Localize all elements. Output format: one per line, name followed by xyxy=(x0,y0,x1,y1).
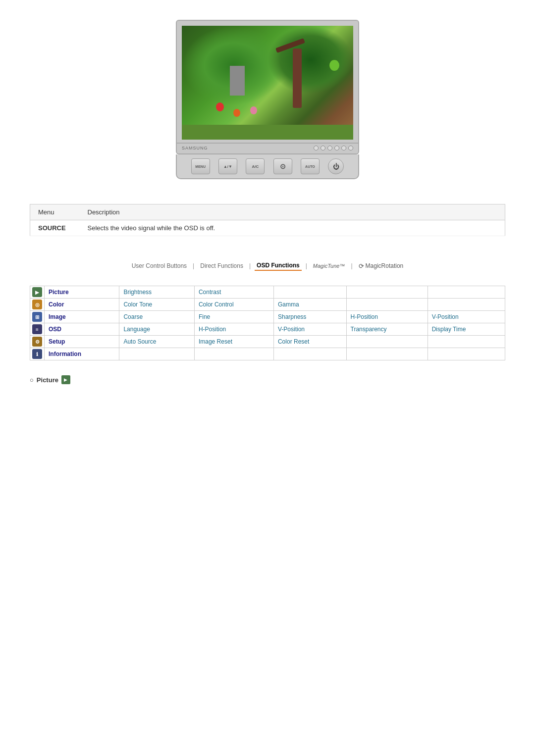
garden-tree-trunk xyxy=(293,49,302,108)
language-item[interactable]: Language xyxy=(119,323,195,336)
empty-cell-5 xyxy=(428,299,505,311)
empty-cell-10 xyxy=(273,348,346,360)
picture-label-text: Picture xyxy=(37,376,58,384)
separator-4: | xyxy=(351,262,352,269)
picture-icon-cell: ▶ xyxy=(30,286,45,299)
table-row: ℹ Information xyxy=(30,348,505,360)
osd-hposition-item[interactable]: H-Position xyxy=(194,323,273,336)
monitor-indicators xyxy=(314,146,353,151)
gamma-item[interactable]: Gamma xyxy=(273,299,346,311)
empty-cell-12 xyxy=(428,348,505,360)
indicator-dot-3 xyxy=(327,146,332,151)
coarse-item[interactable]: Coarse xyxy=(119,311,195,323)
empty-cell-4 xyxy=(346,299,428,311)
empty-cell-8 xyxy=(119,348,195,360)
color-control-item[interactable]: Color Control xyxy=(194,299,273,311)
tab-navigation: User Control Buttons | Direct Functions … xyxy=(0,256,535,281)
auto-button[interactable]: AUTO xyxy=(301,158,320,174)
info-icon: ℹ xyxy=(32,349,42,359)
table-row: ⊞ Image Coarse Fine Sharpness H-Position… xyxy=(30,311,505,323)
monitor-frame xyxy=(176,20,359,144)
empty-cell-1 xyxy=(273,286,346,299)
ok-button[interactable]: ⊙ xyxy=(273,158,292,174)
color-icon-cell: ◎ xyxy=(30,299,45,311)
indicator-dot-2 xyxy=(321,146,325,151)
separator-1: | xyxy=(193,262,194,269)
transparency-item[interactable]: Transparency xyxy=(346,323,428,336)
garden-balloon-pink xyxy=(250,106,257,114)
table-row-source: SOURCE Selects the video signal while th… xyxy=(30,220,505,236)
ac-button[interactable]: A/C xyxy=(246,158,265,174)
monitor-section: SAMSUNG MENU ▲/▼ A/C ⊙ xyxy=(0,0,535,194)
auto-source-item[interactable]: Auto Source xyxy=(119,336,195,348)
monitor-buttons-row: MENU ▲/▼ A/C ⊙ AUTO ⏻ xyxy=(176,154,359,179)
picture-icon: ▶ xyxy=(32,287,42,297)
tab-magictune[interactable]: MagicTune™ xyxy=(311,262,347,270)
setup-menu-label[interactable]: Setup xyxy=(45,336,119,348)
description-table-section: Menu Description SOURCE Selects the vide… xyxy=(0,194,535,246)
color-reset-item[interactable]: Color Reset xyxy=(273,336,346,348)
image-icon: ⊞ xyxy=(32,312,42,322)
source-description: Selects the video signal while the OSD i… xyxy=(80,220,505,236)
monitor-bezel-bottom: SAMSUNG xyxy=(176,144,359,154)
separator-3: | xyxy=(306,262,307,269)
garden-foliage2 xyxy=(268,26,353,94)
table-row: ◎ Color Color Tone Color Control Gamma xyxy=(30,299,505,311)
tab-direct-functions[interactable]: Direct Functions xyxy=(198,261,245,270)
garden-balloon-red xyxy=(216,102,224,111)
magicrotation-label: MagicRotation xyxy=(366,262,404,269)
garden-pagoda xyxy=(230,66,245,96)
contrast-item[interactable]: Contrast xyxy=(194,286,273,299)
brightness-item[interactable]: Brightness xyxy=(119,286,195,299)
separator-2: | xyxy=(249,262,251,269)
power-button[interactable]: ⏻ xyxy=(328,158,344,174)
updown-button[interactable]: ▲/▼ xyxy=(218,158,237,174)
empty-cell-9 xyxy=(194,348,273,360)
picture-small-icon: ▶ xyxy=(61,375,70,384)
picture-menu-label[interactable]: Picture xyxy=(45,286,119,299)
color-tone-item[interactable]: Color Tone xyxy=(119,299,195,311)
image-vposition-item[interactable]: V-Position xyxy=(428,311,505,323)
image-hposition-item[interactable]: H-Position xyxy=(346,311,428,323)
garden-balloon-orange xyxy=(233,109,240,117)
setup-icon: ⚙ xyxy=(32,337,42,347)
information-menu-label[interactable]: Information xyxy=(45,348,119,360)
color-menu-label[interactable]: Color xyxy=(45,299,119,311)
osd-icon-cell: ≡ xyxy=(30,323,45,336)
empty-cell-2 xyxy=(346,286,428,299)
picture-circle-symbol: ○ xyxy=(30,376,34,384)
table-row: ⚙ Setup Auto Source Image Reset Color Re… xyxy=(30,336,505,348)
fine-item[interactable]: Fine xyxy=(194,311,273,323)
tab-magicrotation[interactable]: ⟳ MagicRotation xyxy=(357,261,406,271)
setup-icon-cell: ⚙ xyxy=(30,336,45,348)
image-reset-item[interactable]: Image Reset xyxy=(194,336,273,348)
osd-icon: ≡ xyxy=(32,324,42,334)
indicator-dot-5 xyxy=(341,146,346,151)
osd-menu-label[interactable]: OSD xyxy=(45,323,119,336)
tab-osd-functions[interactable]: OSD Functions xyxy=(255,261,302,271)
menu-button[interactable]: MENU xyxy=(191,158,210,174)
tab-nav-inner: User Control Buttons | Direct Functions … xyxy=(130,261,406,271)
picture-label-row: ○ Picture ▶ xyxy=(30,375,505,384)
source-menu-label: SOURCE xyxy=(30,220,80,236)
monitor-wrapper: SAMSUNG MENU ▲/▼ A/C ⊙ xyxy=(176,20,359,179)
table-header-description: Description xyxy=(80,204,505,220)
indicator-dot-4 xyxy=(334,146,339,151)
monitor-brand: SAMSUNG xyxy=(182,146,208,151)
tab-user-control-buttons[interactable]: User Control Buttons xyxy=(130,261,189,270)
indicator-dot-6 xyxy=(348,146,353,151)
empty-cell-11 xyxy=(346,348,428,360)
table-row: ▶ Picture Brightness Contrast xyxy=(30,286,505,299)
empty-cell-7 xyxy=(428,336,505,348)
garden-ground xyxy=(182,125,353,140)
info-icon-cell: ℹ xyxy=(30,348,45,360)
color-icon: ◎ xyxy=(32,300,42,309)
osd-functions-table: ▶ Picture Brightness Contrast ◎ Color Co… xyxy=(30,286,505,360)
image-icon-cell: ⊞ xyxy=(30,311,45,323)
monitor-screen xyxy=(182,26,353,140)
sharpness-item[interactable]: Sharpness xyxy=(273,311,346,323)
display-time-item[interactable]: Display Time xyxy=(428,323,505,336)
image-menu-label[interactable]: Image xyxy=(45,311,119,323)
osd-vposition-item[interactable]: V-Position xyxy=(273,323,346,336)
empty-cell-6 xyxy=(346,336,428,348)
